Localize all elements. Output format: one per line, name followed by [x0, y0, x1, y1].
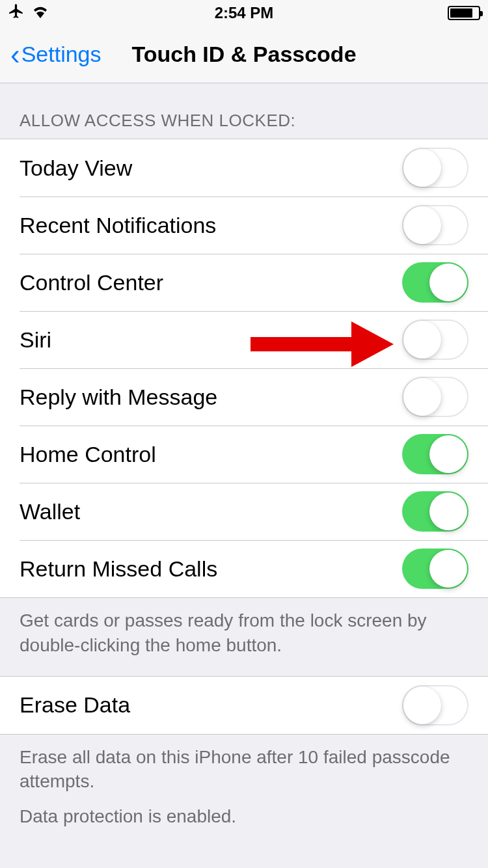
status-bar: 2:54 PM	[0, 0, 488, 26]
toggle-return-missed-calls[interactable]	[402, 549, 468, 589]
status-time: 2:54 PM	[215, 4, 274, 22]
row-label: Erase Data	[20, 692, 130, 718]
toggle-today-view[interactable]	[402, 148, 468, 188]
row-label: Today View	[20, 156, 132, 181]
row-siri: Siri	[0, 311, 488, 368]
row-erase-data: Erase Data	[0, 677, 488, 734]
row-label: Home Control	[20, 442, 156, 467]
row-recent-notifications: Recent Notifications	[0, 197, 488, 254]
toggle-siri[interactable]	[402, 319, 468, 360]
section-footer-erase: Erase all data on this iPhone after 10 f…	[0, 735, 488, 805]
allow-access-list: Today View Recent Notifications Control …	[0, 139, 488, 598]
toggle-reply-with-message[interactable]	[402, 377, 468, 417]
section-header-allow-access: ALLOW ACCESS WHEN LOCKED:	[0, 83, 488, 139]
section-footer-cards: Get cards or passes ready from the lock …	[0, 598, 488, 676]
row-label: Return Missed Calls	[20, 556, 217, 582]
row-label: Recent Notifications	[20, 213, 216, 238]
row-label: Wallet	[20, 499, 80, 524]
back-button[interactable]: ‹ Settings	[10, 40, 102, 69]
row-label: Reply with Message	[20, 385, 217, 410]
toggle-wallet[interactable]	[402, 491, 468, 532]
row-wallet: Wallet	[0, 483, 488, 540]
toggle-erase-data[interactable]	[402, 685, 468, 726]
row-today-view: Today View	[0, 139, 488, 197]
navigation-bar: ‹ Settings Touch ID & Passcode	[0, 26, 488, 83]
row-label: Control Center	[20, 270, 163, 295]
toggle-control-center[interactable]	[402, 262, 468, 303]
row-return-missed-calls: Return Missed Calls	[0, 540, 488, 597]
back-label: Settings	[21, 42, 102, 67]
toggle-home-control[interactable]	[402, 434, 468, 474]
chevron-left-icon: ‹	[10, 40, 20, 69]
airplane-mode-icon	[8, 3, 25, 23]
status-left	[8, 3, 49, 23]
page-title: Touch ID & Passcode	[131, 42, 356, 67]
toggle-recent-notifications[interactable]	[402, 205, 468, 245]
row-reply-with-message: Reply with Message	[0, 368, 488, 426]
wifi-icon	[31, 4, 49, 22]
erase-data-list: Erase Data	[0, 676, 488, 735]
row-label: Siri	[20, 327, 51, 353]
status-right	[448, 6, 480, 20]
row-home-control: Home Control	[0, 426, 488, 483]
section-footer-data-protection: Data protection is enabled.	[0, 804, 488, 847]
battery-icon	[448, 6, 480, 20]
row-control-center: Control Center	[0, 254, 488, 311]
